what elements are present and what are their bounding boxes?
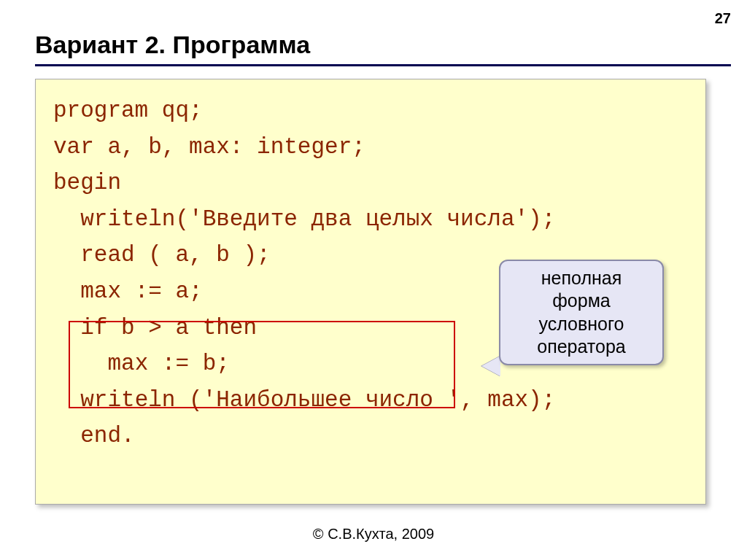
callout-incomplete-form: неполная форма условного оператора: [499, 260, 664, 365]
title-underline: [35, 64, 731, 66]
code-line-7: if b > a then: [53, 315, 257, 341]
code-line-1: program qq;: [53, 98, 203, 123]
code-line-2: var a, b, max: integer;: [53, 134, 365, 160]
callout-line-2: форма: [511, 289, 652, 312]
slide: 27 Вариант 2. Программа program qq; var …: [0, 0, 747, 560]
code-line-9: writeln ('Наибольшее число ', max);: [53, 387, 555, 413]
callout-tail: [481, 356, 500, 376]
page-number: 27: [715, 10, 731, 27]
callout-line-4: оператора: [511, 335, 652, 358]
callout-line-1: неполная: [511, 267, 652, 289]
code-line-10: end.: [53, 423, 135, 448]
code-line-6: max := a;: [53, 279, 203, 304]
footer-copyright: © С.В.Кухта, 2009: [0, 526, 747, 542]
code-line-3: begin: [53, 170, 121, 195]
code-line-5: read ( a, b );: [53, 242, 271, 268]
code-line-4: writeln('Введите два целых числа');: [53, 206, 555, 232]
code-line-8: max := b;: [53, 351, 230, 376]
slide-title: Вариант 2. Программа: [35, 31, 310, 59]
callout-line-3: условного: [511, 313, 652, 335]
